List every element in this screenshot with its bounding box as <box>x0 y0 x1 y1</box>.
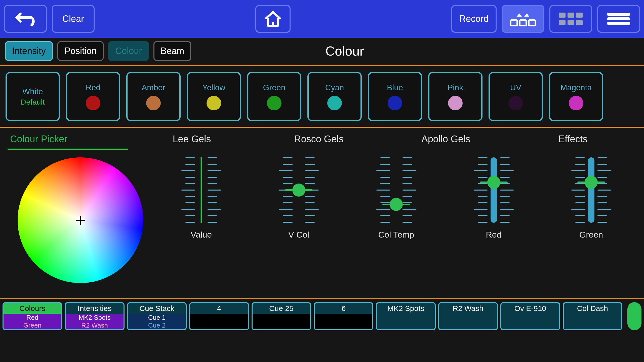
playback-10[interactable]: Col Dash <box>563 302 622 330</box>
swatch-icon <box>207 96 221 110</box>
picker-tab-colour-picker[interactable]: Colour Picker <box>8 134 128 150</box>
preset-red[interactable]: Red <box>66 72 120 121</box>
slider-label: Red <box>486 230 501 240</box>
svg-rect-6 <box>576 13 583 18</box>
colour-presets: WhiteDefaultRedAmberYellowGreenCyanBlueP… <box>0 66 644 127</box>
svg-rect-0 <box>272 22 274 26</box>
grid-icon <box>557 10 585 28</box>
preset-label: Pink <box>448 83 463 92</box>
slider-thumb[interactable] <box>292 184 305 197</box>
picker-tab-lee-gels[interactable]: Lee Gels <box>128 134 255 150</box>
preset-label: Cyan <box>325 83 344 92</box>
playback-2[interactable]: IntensitiesMK2 SpotsR2 Wash <box>65 302 124 330</box>
playback-row: ColoursRedGreenIntensitiesMK2 SpotsR2 Wa… <box>0 298 644 333</box>
record-button[interactable]: Record <box>451 5 497 33</box>
swatch-icon <box>327 96 342 110</box>
playback-line: Red <box>23 314 42 322</box>
preset-sublabel: Default <box>21 98 45 106</box>
playback-head: 6 <box>315 303 372 314</box>
swatch-icon <box>569 96 583 110</box>
playback-line: Green <box>23 322 42 329</box>
slider-thumb[interactable] <box>390 198 403 211</box>
layout-1-button[interactable] <box>502 5 544 33</box>
clear-button[interactable]: Clear <box>52 5 95 33</box>
svg-rect-4 <box>559 13 566 18</box>
preset-amber[interactable]: Amber <box>126 72 181 121</box>
tab-colour[interactable]: Colour <box>108 41 149 61</box>
attribute-sliders: ValueV ColCol TempRedGreen <box>158 157 634 240</box>
preset-magenta[interactable]: Magenta <box>549 72 603 121</box>
preset-pink[interactable]: Pink <box>428 72 482 121</box>
svg-rect-3 <box>529 20 535 26</box>
top-header: Clear Record <box>0 0 644 38</box>
slider-v-col[interactable]: V Col <box>266 157 332 240</box>
colour-wheel[interactable]: + <box>18 157 143 283</box>
swatch-icon <box>267 96 281 110</box>
svg-rect-1 <box>511 20 517 26</box>
home-button[interactable] <box>255 5 291 33</box>
playback-8[interactable]: R2 Wash <box>438 302 498 330</box>
layout-1-icon <box>509 10 537 28</box>
slider-col-temp[interactable]: Col Temp <box>364 157 429 240</box>
preset-blue[interactable]: Blue <box>368 72 422 121</box>
clear-label: Clear <box>62 14 84 24</box>
slider-label: V Col <box>288 230 309 240</box>
back-button[interactable] <box>4 5 47 33</box>
picker-tabs: Colour PickerLee GelsRosco GelsApollo Ge… <box>0 128 644 150</box>
picker-tab-rosco-gels[interactable]: Rosco Gels <box>255 134 382 150</box>
playback-7[interactable]: MK2 Spots <box>376 302 435 330</box>
playback-head: Cue Stack <box>128 303 186 314</box>
preset-uv[interactable]: UV <box>489 72 543 121</box>
playback-head: MK2 Spots <box>377 303 434 314</box>
slider-label: Col Temp <box>378 230 414 240</box>
preset-label: White <box>22 87 43 96</box>
swatch-icon <box>388 96 402 110</box>
tab-position[interactable]: Position <box>57 41 104 61</box>
playback-head: Col Dash <box>564 303 621 314</box>
playback-9[interactable]: Ov E-910 <box>500 302 560 330</box>
swatch-icon <box>146 96 161 110</box>
playback-head: Intensities <box>66 303 123 314</box>
preset-label: Blue <box>387 83 403 92</box>
preset-label: Green <box>263 83 286 92</box>
preset-label: Red <box>86 83 101 92</box>
svg-rect-7 <box>559 20 566 25</box>
swatch-icon <box>448 96 463 110</box>
playback-line: R2 Wash <box>79 322 111 329</box>
playback-line: MK2 Spots <box>79 314 111 322</box>
layout-2-button[interactable] <box>549 5 592 33</box>
preset-label: UV <box>510 83 521 92</box>
slider-red[interactable]: Red <box>461 157 527 240</box>
svg-rect-9 <box>576 20 583 25</box>
home-icon <box>263 10 283 28</box>
playback-1[interactable]: ColoursRedGreen <box>3 302 62 330</box>
playback-4[interactable]: 4 <box>189 302 249 330</box>
slider-thumb[interactable] <box>487 176 500 189</box>
slider-thumb[interactable] <box>585 176 598 189</box>
tab-intensity[interactable]: Intensity <box>5 41 53 61</box>
preset-cyan[interactable]: Cyan <box>307 72 362 121</box>
playback-line: Cue 2 <box>148 322 166 329</box>
preset-yellow[interactable]: Yellow <box>187 72 241 121</box>
preset-white[interactable]: WhiteDefault <box>6 72 60 121</box>
svg-rect-2 <box>520 20 526 26</box>
menu-icon <box>606 11 631 26</box>
slider-label: Value <box>191 230 212 240</box>
playback-6[interactable]: 6 <box>314 302 373 330</box>
swatch-icon <box>508 96 523 110</box>
back-icon <box>13 11 38 26</box>
picker-tab-effects[interactable]: Effects <box>509 134 636 150</box>
preset-green[interactable]: Green <box>247 72 301 121</box>
record-label: Record <box>459 14 489 24</box>
playback-5[interactable]: Cue 25 <box>252 302 311 330</box>
picker-tab-apollo-gels[interactable]: Apollo Gels <box>382 134 509 150</box>
go-button[interactable] <box>627 302 641 330</box>
menu-button[interactable] <box>597 5 640 33</box>
slider-green[interactable]: Green <box>558 157 624 240</box>
page-title: Colour <box>196 43 494 59</box>
slider-value[interactable]: Value <box>169 157 234 240</box>
svg-rect-5 <box>568 13 574 18</box>
preset-label: Yellow <box>202 83 225 92</box>
playback-3[interactable]: Cue StackCue 1Cue 2 <box>127 302 187 330</box>
tab-beam[interactable]: Beam <box>153 41 191 61</box>
